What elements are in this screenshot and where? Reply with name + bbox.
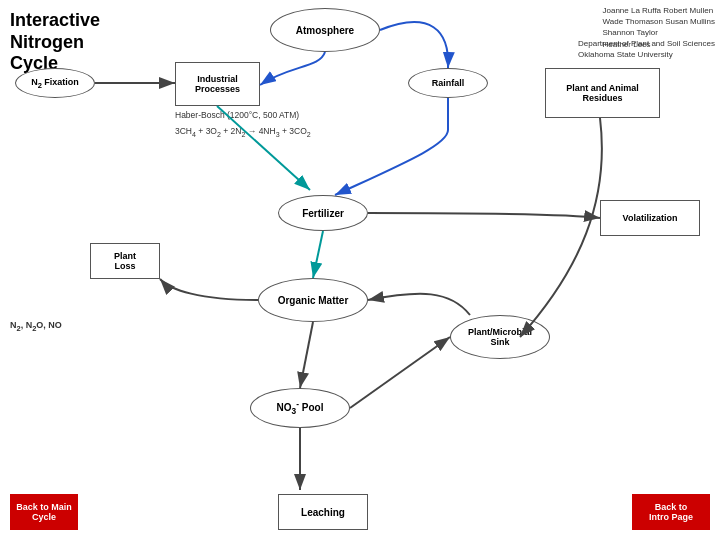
haber-bosch-text: Haber-Bosch (1200°C, 500 ATM): [175, 110, 299, 120]
plant-animal-residues-node[interactable]: Plant and AnimalResidues: [545, 68, 660, 118]
back-intro-page-button[interactable]: Back toIntro Page: [632, 494, 710, 530]
atmosphere-node[interactable]: Atmosphere: [270, 8, 380, 52]
fertilizer-node[interactable]: Fertilizer: [278, 195, 368, 231]
credit-names2: Wade Thomason Susan Mullins: [603, 16, 716, 27]
credit-names1: Joanne La Ruffa Robert Mullen: [603, 5, 716, 16]
organic-matter-label: Organic Matter: [278, 295, 349, 306]
plant-loss-node[interactable]: PlantLoss: [90, 243, 160, 279]
volatilization-label: Volatilization: [623, 213, 678, 223]
plant-microbial-sink-node[interactable]: Plant/MicrobialSink: [450, 315, 550, 359]
leaching-node[interactable]: Leaching: [278, 494, 368, 530]
industrial-processes-node[interactable]: IndustrialProcesses: [175, 62, 260, 106]
dept-line2: Oklahoma State University: [578, 49, 715, 60]
back-main-cycle-button[interactable]: Back to MainCycle: [10, 494, 78, 530]
dept-info: Department of Plant and Soil Sciences Ok…: [578, 38, 715, 60]
plant-loss-label: PlantLoss: [114, 251, 136, 271]
chem-equation: 3CH4 + 3O2 + 2N2 → 4NH3 + 3CO2: [175, 126, 425, 139]
rainfall-node[interactable]: Rainfall: [408, 68, 488, 98]
no3-pool-node[interactable]: NO3- Pool: [250, 388, 350, 428]
haber-bosch-label: Haber-Bosch (1200°C, 500 ATM): [175, 110, 375, 120]
atmosphere-label: Atmosphere: [296, 25, 354, 36]
credit-names3: Shannon Taylor: [603, 27, 716, 38]
back-main-label: Back to MainCycle: [16, 502, 72, 522]
plant-animal-residues-label: Plant and AnimalResidues: [566, 83, 639, 103]
page-title: Interactive Nitrogen Cycle: [10, 10, 170, 75]
title-line1: Interactive Nitrogen: [10, 10, 100, 52]
fertilizer-label: Fertilizer: [302, 208, 344, 219]
industrial-processes-label: IndustrialProcesses: [195, 74, 240, 94]
chem-eq-text: 3CH4 + 3O2 + 2N2 → 4NH3 + 3CO2: [175, 126, 311, 136]
n2-fixation-label: N2 Fixation: [31, 77, 79, 90]
dept-line1: Department of Plant and Soil Sciences: [578, 38, 715, 49]
n2-gases-label: N2, N2O, NO: [10, 320, 110, 333]
no3-pool-label: NO3- Pool: [277, 399, 324, 416]
rainfall-label: Rainfall: [432, 78, 465, 88]
back-intro-label: Back toIntro Page: [649, 502, 693, 522]
n2-fixation-node[interactable]: N2 Fixation: [15, 68, 95, 98]
volatilization-node[interactable]: Volatilization: [600, 200, 700, 236]
organic-matter-node[interactable]: Organic Matter: [258, 278, 368, 322]
leaching-label: Leaching: [301, 507, 345, 518]
plant-microbial-sink-label: Plant/MicrobialSink: [468, 327, 532, 347]
n2-gases-text: N2, N2O, NO: [10, 320, 62, 330]
